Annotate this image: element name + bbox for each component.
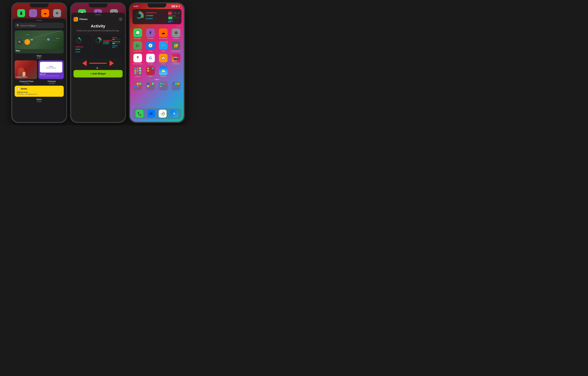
battery-icon: 🔋 [178,5,180,7]
fitness-stats-small: 3/440KCAL /30MIN 12HRS [75,46,90,53]
home-app-icon: 🏠 [159,54,168,62]
app-authenticator[interactable]: 🔐 Authenticator [171,41,181,52]
widget-row-photos-podcasts: Featured Photo 🎙 UPAYA Dharma Podcasts [15,60,64,79]
apps-grid-row1: 💬 Messages 🎙 Podcasts ☁ SoundCloud ⚙ Set… [130,28,184,40]
maps-sublabel: Maps [15,57,64,59]
phone-1: 📱 🎵 ☁ ⚙ 🔍 Search Widgets [11,2,67,123]
googlemaps-icon: 📍 [133,54,142,62]
maps-widget-label: Maps [16,50,20,52]
fitness-widget-large[interactable]: 121/440KCAL 10/30MIN 6/12HRS MOVE [93,35,123,58]
app-settings[interactable]: ⚙ Settings [171,28,181,39]
podcasts-col-label: Podcasts Up Next [40,80,64,85]
app-googlemaps[interactable]: 📍 Google Maps [132,54,143,65]
page-dot-2 [156,79,157,80]
app-home[interactable]: 🏠 Home [158,54,169,65]
app-safari[interactable]: 🧭 Safari [145,41,156,52]
fitness-widget-small[interactable]: 3/440KCAL /30MIN 12HRS [74,35,91,58]
map-label-thirsk: Thirsk [26,34,29,35]
top-app-3: ☁ [41,9,49,17]
page-dot-1 [97,67,98,68]
maps-location-dot [47,38,49,40]
app-weather[interactable]: ⛅ Weather [158,66,169,77]
app-soundcloud[interactable]: ☁ SoundCloud [158,28,169,39]
empty-slot [172,66,180,75]
folder3-icon: 🎵 🎶 🎸 🎹 [159,82,168,90]
app-folder-4[interactable]: 🔷 🟢 🟠 🟣 [171,82,181,90]
apps-grid-bottom: 🦋 ⭐ 🌟 ✨ 🎯 🎪 📱 🎮 🎲 🃏 [130,81,184,91]
app-google[interactable]: G Google [145,54,156,65]
app-folder-2[interactable]: 📱 🎮 🎲 🃏 [145,82,156,90]
dock-mail[interactable]: ✉ [147,110,155,118]
authenticator-icon: 🔐 [172,41,180,50]
app-empty [171,66,181,77]
finance-folder-icon: 💳 💰 📊 💹 🏦 📈 💵 💲 🪙 [133,66,142,75]
notes-icon: 📋 [17,87,20,90]
phone-2: 💬 🎙 ⚙ Fitness [70,2,126,123]
app-folder-3[interactable]: 🎵 🎶 🎸 🎹 [158,82,169,90]
page-dot-2 [98,67,100,68]
apps-grid-row2: ▷ ProtonVPN 🧭 Safari 🐦 1 Twitter 🔐 Au [130,40,184,53]
maps-search-button[interactable]: 🔍 [17,39,23,45]
twitter-icon: 🐦 1 [159,41,168,50]
svg-point-22 [162,113,163,114]
stand-section: STAND [168,20,180,22]
news-folder-icon: 📰 🗞 📡 📻 [146,66,155,75]
search-placeholder: Search Widgets [21,24,36,27]
app-messages[interactable]: 💬 Messages [132,28,143,39]
dock-chrome[interactable] [159,110,167,118]
phone-3: 11:27 ▐▐▐ 📶 🔋 [129,2,185,123]
maps-label: Maps [15,55,64,57]
fitness-sheet-handle [95,14,101,15]
app-news[interactable]: 📰 🗞 📡 📻 News [145,66,156,77]
app-instagram[interactable]: 📷 Instagram [171,54,181,65]
notes-content: Articles to do Yesterday No additional t… [17,91,62,95]
soundcloud-icon: ☁ [159,28,168,37]
photos-widget[interactable]: Featured Photo [15,60,37,79]
wifi-icon: 📶 [176,5,178,7]
top-app-2: 🎵 [29,9,37,17]
app-podcasts[interactable]: 🎙 Podcasts [145,28,156,39]
activity-subtitle: Check in on your movement throughout the… [74,29,123,32]
fitness-home-widget[interactable]: 121/440KCAL 10/30MIN 6/12HRS MOVE 0 6 [132,9,181,24]
move-bar [112,39,121,40]
podcasts-album-art: UPAYA Dharma Podcasts [40,62,62,73]
map-label-kilburn: Kilburn [56,38,59,39]
app-finance-folder[interactable]: 💳 💰 📊 💹 🏦 📈 💵 💲 🪙 Finance [132,66,143,77]
signal-icon: ▐▐▐ [171,5,175,7]
exercise-section: EXERCISE [168,15,180,19]
top-app-1: 📱 [17,9,25,17]
fitness-header-title: Fitness [80,18,88,21]
widget-gallery-sheet: 🔍 Search Widgets Thirsk Kilburn A19 🔍 [12,18,66,122]
arrow-line [89,63,107,64]
app-protonvpn[interactable]: ▷ ProtonVPN [132,41,143,52]
podcasts-mic-icon: 🎙 [60,62,62,64]
podcasts-widget[interactable]: 🎙 UPAYA Dharma Podcasts 46M LEFT John Du… [39,60,64,79]
search-bar[interactable]: 🔍 Search Widgets [15,23,64,28]
maps-widget[interactable]: Thirsk Kilburn A19 🔍 🍴 Maps [15,31,64,54]
app-folder-1[interactable]: 🦋 ⭐ 🌟 ✨ 🎯 🎪 [132,82,143,90]
folder1-icon: 🦋 ⭐ 🌟 ✨ 🎯 🎪 [133,82,142,90]
svg-point-2 [75,19,76,20]
dock-phone[interactable]: 📞 [136,110,143,118]
status-icons: ▐▐▐ 📶 🔋 [171,5,180,7]
exercise-bar [112,43,121,44]
page-dot-1 [155,79,156,80]
add-widget-button[interactable]: + Add Widget [74,70,123,77]
settings-icon: ⚙ [172,28,180,37]
podcasts-time-left: 46M LEFT John Dunne: To be conscious is … [40,73,62,77]
protonvpn-icon: ▷ [133,41,142,50]
instagram-icon: 📷 [172,54,180,62]
fitness-widgets-row: 3/440KCAL /30MIN 12HRS [74,35,123,58]
notes-widget[interactable]: 📋 Notes Articles to do Yesterday No addi… [15,86,64,97]
fitness-close-button[interactable]: × [119,17,123,21]
top-apps-row: 📱 🎵 ☁ ⚙ [12,3,66,19]
maps-directions-button[interactable]: 🍴 [24,39,30,45]
page-dots-indicator [74,67,123,68]
app-twitter[interactable]: 🐦 1 Twitter [158,41,169,52]
fitness-widget-sheet: Fitness × Activity Check in on your move… [71,13,125,122]
dock-appstore[interactable]: A [170,110,178,118]
photos-widget-label: Featured Photo [16,76,27,78]
app-dock: 📞 ✉ A [132,108,181,119]
move-section: MOVE 0 6 12 18 [168,11,180,15]
search-icon: 🔍 [17,24,19,27]
